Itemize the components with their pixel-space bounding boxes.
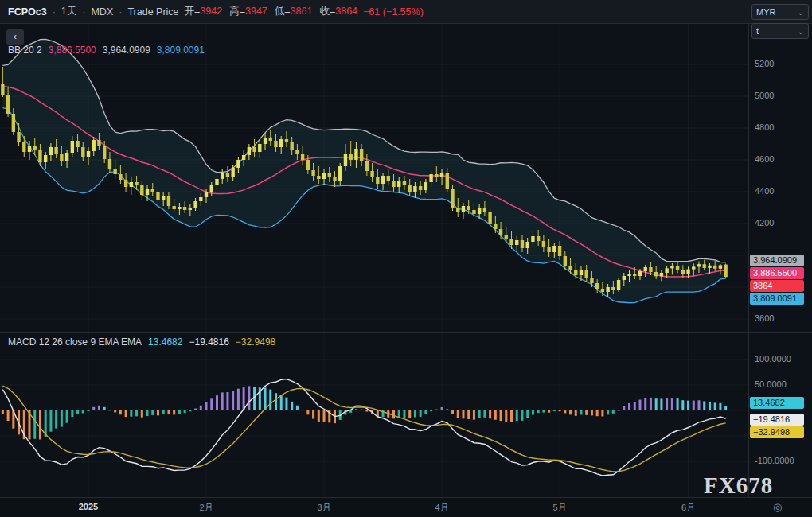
price-tick: 5000 <box>755 91 774 100</box>
time-axis-label[interactable]: 4月 <box>428 502 455 514</box>
bb-legend-title: BB 20 2 <box>8 45 42 56</box>
chart-canvas[interactable] <box>0 0 748 517</box>
unit-select[interactable]: t ⌄ <box>751 23 809 39</box>
exchange: MDX <box>91 6 113 17</box>
fx678-watermark: FX678 <box>704 472 773 499</box>
macd-legend-title: MACD 12 26 close 9 EMA EMA <box>8 336 142 348</box>
macd-badge: −19.4816 <box>750 414 804 426</box>
ohlc-high: 高=3947 <box>229 5 267 18</box>
ohlc-close: 收=3864 <box>319 5 357 18</box>
currency-select-value: MYR <box>756 7 775 17</box>
macd-badge: −32.9498 <box>750 426 804 438</box>
macd-signal-value: −32.9498 <box>236 336 275 348</box>
chart-header: FCPOc3 · 1天 · MDX · Trade Price 开=3942高=… <box>0 0 812 24</box>
macd-hist-value: 13.4682 <box>148 336 182 348</box>
target-icon[interactable]: ◎ <box>773 501 782 513</box>
macd-legend[interactable]: MACD 12 26 close 9 EMA EMA 13.4682 −19.4… <box>8 336 275 348</box>
ohlc-low-value: 3861 <box>291 6 313 17</box>
macd-tick: 100.0000 <box>755 354 791 363</box>
bb-lower-value: 3,809.0091 <box>157 45 205 56</box>
unit-select-value: t <box>756 26 759 36</box>
price-badge: 3,886.5500 <box>750 267 804 279</box>
price-badge: 3864 <box>750 280 804 292</box>
macd-tick: 50.0000 <box>755 379 787 389</box>
bb-upper-value: 3,964.0909 <box>103 45 150 56</box>
bb-basis-value: 3,886.5500 <box>49 45 96 56</box>
time-axis-label[interactable]: 6月 <box>675 502 702 514</box>
price-tick: 4600 <box>755 154 774 164</box>
ohlc-high-value: 3947 <box>245 6 267 17</box>
ohlc-high-label: 高= <box>229 6 245 17</box>
chevron-down-icon: ⌄ <box>798 8 804 17</box>
bb-legend[interactable]: BB 20 2 3,886.5500 3,964.0909 3,809.0091 <box>8 45 205 56</box>
price-tick: 5200 <box>755 59 774 68</box>
price-tick: 4400 <box>755 186 774 196</box>
price-change: −61 (−1.55%) <box>363 6 424 17</box>
chevron-down-icon: ⌄ <box>798 27 804 36</box>
ohlc-open: 开=3942 <box>185 5 223 18</box>
trading-chart-app: FCPOc3 · 1天 · MDX · Trade Price 开=3942高=… <box>0 0 812 517</box>
price-tick: 3600 <box>755 313 774 323</box>
price-tick: 4200 <box>755 218 774 227</box>
ohlc-open-value: 3942 <box>200 6 222 17</box>
macd-badge: 13.4682 <box>750 397 804 409</box>
ohlc-close-value: 3864 <box>335 6 357 17</box>
macd-tick: -100.0000 <box>755 456 794 465</box>
ohlc-open-label: 开= <box>185 6 201 17</box>
series-type: Trade Price <box>127 6 178 17</box>
time-axis-label[interactable]: 3月 <box>310 502 338 514</box>
ohlc-close-label: 收= <box>319 6 335 17</box>
price-tick: 4800 <box>755 122 774 132</box>
pane-separator[interactable] <box>0 332 812 333</box>
separator: · <box>53 6 56 17</box>
chevron-left-icon[interactable]: ‹ <box>6 29 24 45</box>
time-axis-label[interactable]: 2025 <box>75 502 102 511</box>
macd-line-value: −19.4816 <box>189 336 228 348</box>
price-badge: 3,809.0091 <box>750 293 804 305</box>
currency-select[interactable]: MYR ⌄ <box>751 4 809 20</box>
symbol-name[interactable]: FCPOc3 <box>8 6 47 17</box>
ohlc-low: 低=3861 <box>275 5 313 18</box>
price-badge: 3,964.0909 <box>750 255 804 266</box>
separator: · <box>82 6 85 17</box>
time-axis-label[interactable]: 5月 <box>546 502 573 514</box>
time-axis-label[interactable]: 2月 <box>193 502 220 514</box>
ohlc-values: 开=3942高=3947低=3861收=3864 <box>185 5 358 18</box>
separator: · <box>119 6 122 17</box>
ohlc-low-label: 低= <box>275 6 291 17</box>
bollinger-layer <box>2 39 725 302</box>
timeframe[interactable]: 1天 <box>61 5 76 18</box>
